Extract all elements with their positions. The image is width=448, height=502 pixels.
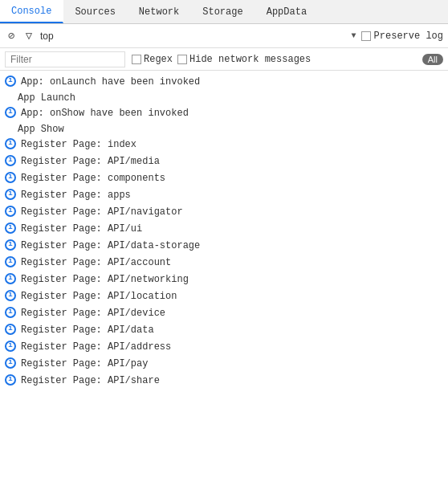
info-icon: i (5, 374, 16, 386)
log-text: Register Page: API/location (21, 289, 177, 304)
tab-network[interactable]: Network (128, 0, 191, 23)
tab-storage[interactable]: Storage (191, 0, 255, 23)
clear-console-icon[interactable]: ⊘ (5, 30, 18, 43)
log-entry: iRegister Page: API/media (0, 153, 448, 170)
log-entry: iRegister Page: API/data (0, 322, 448, 339)
info-icon: i (5, 107, 16, 118)
info-icon: i (5, 290, 16, 301)
log-entry: iRegister Page: API/account (0, 255, 448, 271)
toolbar: ⊘ ▽ top ▼ Preserve log (0, 24, 448, 48)
log-text: App: onLaunch have been invoked (21, 75, 200, 89)
info-icon: i (5, 206, 16, 217)
log-text: Register Page: index (21, 137, 136, 152)
context-label: top (40, 31, 54, 42)
log-text: Register Page: API/account (21, 255, 171, 270)
log-entry: iRegister Page: API/ui (0, 221, 448, 238)
log-text: Register Page: API/pay (21, 357, 148, 371)
log-entry: iRegister Page: apps (0, 187, 448, 204)
preserve-log-checkbox[interactable] (361, 31, 371, 41)
tab-appdata[interactable]: AppData (255, 0, 319, 23)
log-text: Register Page: API/data-storage (21, 239, 200, 253)
info-icon: i (5, 341, 16, 352)
log-entry: iRegister Page: API/data-storage (0, 238, 448, 255)
log-entry: iRegister Page: API/navigator (0, 204, 448, 221)
log-text: Register Page: API/networking (21, 272, 189, 287)
regex-checkbox[interactable] (132, 55, 141, 64)
log-entry: iRegister Page: API/address (0, 339, 448, 356)
regex-label: Regex (144, 54, 173, 65)
preserve-log-option: Preserve log (361, 31, 443, 42)
log-entry: iRegister Page: components (0, 170, 448, 187)
info-icon: i (5, 357, 16, 369)
log-entry: iRegister Page: index (0, 137, 448, 153)
filter-options: Regex Hide network messages (132, 54, 311, 65)
preserve-log-label: Preserve log (374, 31, 443, 42)
info-icon: i (5, 172, 16, 183)
log-entry-indent: App Show (0, 122, 448, 137)
log-entry: iApp: onLaunch have been invoked (0, 74, 448, 91)
tab-console[interactable]: Console (0, 0, 63, 23)
info-icon: i (5, 76, 16, 87)
filter-bar: Regex Hide network messages All (0, 48, 448, 71)
info-icon: i (5, 222, 16, 234)
all-badge[interactable]: All (422, 54, 443, 65)
tab-bar: Console Sources Network Storage AppData (0, 0, 448, 24)
context-dropdown-arrow[interactable]: ▼ (352, 31, 356, 40)
info-icon: i (5, 273, 16, 284)
hide-network-option[interactable]: Hide network messages (177, 54, 311, 65)
log-text: Register Page: API/device (21, 306, 165, 320)
log-entry: iRegister Page: API/location (0, 288, 448, 305)
context-selector: top (40, 31, 347, 42)
log-entry: iRegister Page: API/device (0, 305, 448, 322)
info-icon: i (5, 189, 16, 200)
log-text: Register Page: apps (21, 188, 131, 202)
log-entry: iRegister Page: API/networking (0, 271, 448, 288)
tab-sources[interactable]: Sources (63, 0, 127, 23)
info-icon: i (5, 324, 16, 335)
info-icon: i (5, 256, 16, 267)
filter-icon[interactable]: ▽ (22, 30, 35, 43)
log-entry: iRegister Page: API/share (0, 373, 448, 390)
log-entry-indent: App Launch (0, 91, 448, 105)
info-icon: i (5, 155, 16, 166)
log-entry: iRegister Page: API/pay (0, 356, 448, 373)
log-text: Register Page: API/ui (21, 222, 142, 236)
console-output: iApp: onLaunch have been invokedApp Laun… (0, 71, 448, 502)
log-text: Register Page: API/data (21, 323, 154, 337)
filter-input[interactable] (5, 51, 125, 67)
log-text: Register Page: API/share (21, 373, 160, 388)
info-icon: i (5, 307, 16, 318)
log-text: Register Page: components (21, 171, 165, 186)
log-text: Register Page: API/media (21, 154, 160, 169)
log-text: Register Page: API/address (21, 340, 171, 354)
hide-network-label: Hide network messages (189, 54, 311, 65)
log-entry: iApp: onShow have been invoked (0, 105, 448, 122)
hide-network-checkbox[interactable] (177, 55, 187, 64)
regex-option[interactable]: Regex (132, 54, 173, 65)
info-icon: i (5, 138, 16, 149)
info-icon: i (5, 239, 16, 251)
log-text: App: onShow have been invoked (21, 106, 189, 120)
log-text: Register Page: API/navigator (21, 205, 183, 219)
